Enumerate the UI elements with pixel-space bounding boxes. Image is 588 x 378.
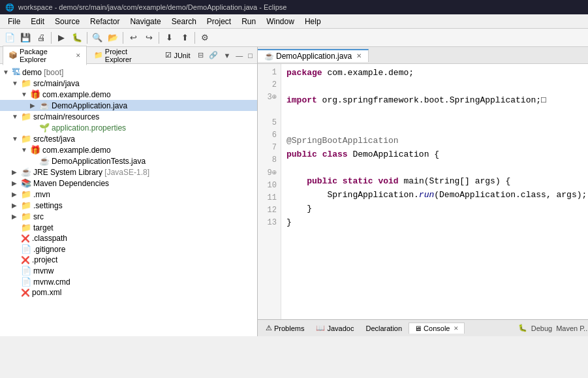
tab-console[interactable]: 🖥 Console ✕ (409, 323, 465, 334)
label-app-props: application.properties (52, 123, 126, 133)
tree-item-app-props[interactable]: 🌱 application.properties (0, 122, 257, 133)
debug-button[interactable]: 🐛 (70, 31, 84, 45)
label-src-main-java: src/main/java (33, 79, 80, 88)
tree-item-mvnw-cmd[interactable]: 📄 mvnw.cmd (0, 276, 257, 287)
tree-item-target[interactable]: 📁 target (0, 222, 257, 233)
tab-demo-application-java[interactable]: ☕ DemoApplication.java ✕ (258, 49, 369, 62)
external-tools-button[interactable]: ⚙ (198, 31, 212, 45)
tab-junit[interactable]: ☑ JUnit (159, 49, 196, 61)
icon-src-main-java: 📁 (21, 78, 31, 88)
open-resource-button[interactable]: 📂 (106, 31, 120, 45)
console-icon: 🖥 (414, 324, 422, 332)
tree-item-gitignore[interactable]: 📄 .gitignore (0, 244, 257, 255)
line-num-5: 5 (262, 117, 277, 129)
run-button[interactable]: ▶ (54, 31, 69, 45)
right-panel: ☕ DemoApplication.java ✕ 1 2 3⊕ 5 6 7 8 … (258, 47, 588, 336)
undo-button[interactable]: ↩ (126, 31, 140, 45)
line-num-12: 12 (262, 204, 277, 217)
tree-item-com-example-demo[interactable]: ▼ 🎁 com.example.demo (0, 89, 257, 100)
code-area[interactable]: package com.example.demo; import org.spr… (281, 64, 588, 319)
arrow-src-main-res: ▼ (12, 113, 21, 120)
tree-item-demo-application[interactable]: ▶ ☕ DemoApplication.java (0, 100, 257, 111)
prev-annotation-button[interactable]: ⬆ (178, 31, 192, 45)
tree-item-com-example-demo-test[interactable]: ▼ 🎁 com.example.demo (0, 144, 257, 155)
menu-navigate[interactable]: Navigate (125, 16, 166, 27)
maximize-button[interactable]: □ (246, 51, 255, 60)
editor-tab-label: DemoApplication.java (276, 52, 352, 61)
tree-item-src[interactable]: ▶ 📁 src (0, 211, 257, 222)
sep4 (159, 32, 159, 44)
arrow-project (12, 257, 21, 264)
menu-help[interactable]: Help (300, 16, 326, 27)
arrow-src-main-java: ▼ (12, 80, 21, 87)
minimize-button[interactable]: — (234, 51, 245, 60)
tree-item-src-main-java[interactable]: ▼ 📁 src/main/java (0, 78, 257, 89)
junit-icon: ☑ (165, 51, 172, 59)
label-src-main-res: src/main/resources (33, 112, 99, 121)
tree-item-mvn[interactable]: ▶ 📁 .mvn (0, 189, 257, 200)
open-type-button[interactable]: 🔍 (90, 31, 104, 45)
icon-mvnw-cmd: 📄 (21, 277, 31, 287)
tab-problems[interactable]: ⚠ Problems (260, 323, 309, 334)
arrow-maven-deps: ▶ (12, 180, 21, 187)
next-annotation-button[interactable]: ⬇ (162, 31, 176, 45)
tree-item-src-main-resources[interactable]: ▼ 📁 src/main/resources (0, 111, 257, 122)
tree-item-jre[interactable]: ▶ ☕ JRE System Library [JavaSE-1.8] (0, 166, 257, 178)
tree-item-demo-app-tests[interactable]: ☕ DemoApplicationTests.java (0, 155, 257, 166)
view-menu-button[interactable]: ▼ (221, 51, 232, 60)
redo-button[interactable]: ↪ (142, 31, 156, 45)
line-num-9: 9⊕ (262, 167, 277, 180)
menu-project[interactable]: Project (202, 16, 236, 27)
icon-src-main-res: 📁 (21, 112, 31, 121)
editor-tab-close[interactable]: ✕ (356, 52, 362, 59)
tab-javadoc[interactable]: 📖 Javadoc (311, 323, 359, 334)
print-button[interactable]: 🖨 (34, 31, 48, 45)
menu-window[interactable]: Window (261, 16, 300, 27)
console-close[interactable]: ✕ (454, 325, 459, 332)
arrow-mvnw-cmd (12, 278, 21, 285)
arrow-src-test: ▼ (12, 135, 21, 142)
icon-target: 📁 (21, 223, 31, 232)
tree-item-pom[interactable]: ❌ pom.xml (0, 287, 257, 298)
package-explorer-label: Package Explorer (20, 48, 72, 63)
link-editor-button[interactable]: 🔗 (207, 50, 220, 60)
project-explorer-label: Project Explorer (105, 48, 153, 63)
tree-item-settings[interactable]: ▶ 📁 .settings (0, 200, 257, 211)
tree-item-demo[interactable]: ▼ 🏗 demo [boot] (0, 67, 257, 78)
tab-package-explorer[interactable]: 📦 Package Explorer ✕ (3, 46, 87, 65)
menu-source[interactable]: Source (50, 16, 85, 27)
package-explorer-close[interactable]: ✕ (76, 52, 81, 59)
tree-item-src-test-java[interactable]: ▼ 📁 src/test/java (0, 133, 257, 144)
tree-item-project[interactable]: ❌ .project (0, 255, 257, 265)
arrow-demo-app: ▶ (30, 102, 39, 109)
icon-src-test: 📁 (21, 134, 31, 144)
label-com-example-demo: com.example.demo (42, 90, 111, 99)
code-editor: 1 2 3⊕ 5 6 7 8 9⊕ 10 11 12 13 package co… (258, 64, 588, 319)
new-button[interactable]: 📄 (3, 31, 17, 45)
menu-search[interactable]: Search (166, 16, 202, 27)
problems-label: Problems (274, 324, 304, 332)
tab-declaration[interactable]: Declaration (360, 323, 407, 334)
tree-item-classpath[interactable]: ❌ .classpath (0, 233, 257, 244)
collapse-all-button[interactable]: ⊟ (196, 50, 206, 60)
label-gitignore: .gitignore (33, 245, 65, 254)
tree-item-mvnw[interactable]: 📄 mvnw (0, 265, 257, 276)
menu-file[interactable]: File (3, 16, 25, 27)
line-num-4 (262, 104, 277, 117)
arrow-demo-tests (30, 157, 39, 165)
menu-run[interactable]: Run (236, 16, 261, 27)
explorer-tabs: 📦 Package Explorer ✕ 📁 Project Explorer … (0, 47, 257, 64)
icon-demo-app: ☕ (39, 101, 50, 110)
menu-edit[interactable]: Edit (25, 16, 50, 27)
menu-bar: File Edit Source Refactor Navigate Searc… (0, 14, 588, 29)
sep5 (194, 32, 195, 44)
tab-project-explorer[interactable]: 📁 Project Explorer (88, 46, 159, 65)
icon-classpath: ❌ (21, 234, 30, 243)
save-button[interactable]: 💾 (18, 31, 33, 45)
tree-item-maven-deps[interactable]: ▶ 📚 Maven Dependencies (0, 178, 257, 189)
title-bar: 🌐 workspace - demo/src/main/java/com/exa… (0, 0, 588, 14)
arrow-target (12, 224, 21, 231)
menu-refactor[interactable]: Refactor (85, 16, 125, 27)
label-settings: .settings (33, 201, 63, 210)
arrow-com-demo-test: ▼ (21, 146, 30, 153)
